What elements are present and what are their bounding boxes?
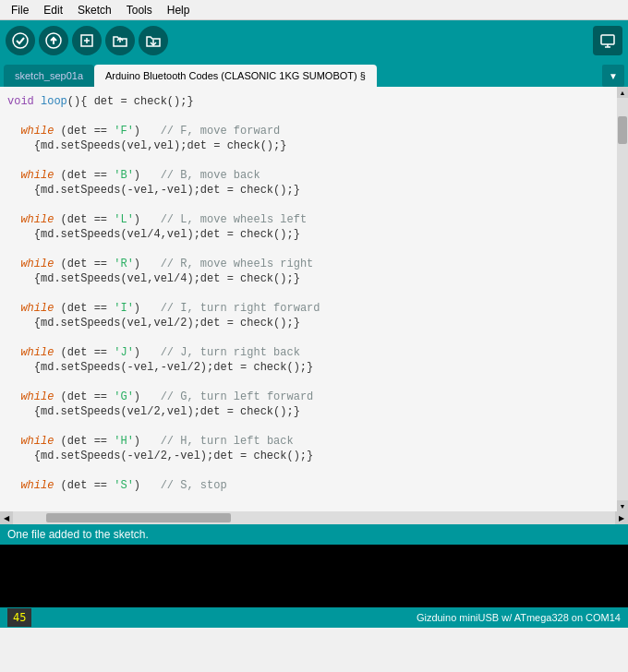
menu-help[interactable]: Help: [160, 2, 198, 18]
message-text: One file added to the sketch.: [7, 528, 149, 541]
new-icon: [79, 33, 94, 48]
horizontal-scrollbar[interactable]: ◀ ▶: [0, 511, 628, 524]
vertical-scrollbar[interactable]: ▲ ▼: [617, 87, 628, 511]
tabs-bar: sketch_sep01a Arduino Bluetooth Codes (C…: [0, 61, 628, 87]
scroll-left-button[interactable]: ◀: [0, 511, 13, 524]
board-info: Gizduino miniUSB w/ ATmega328 on COM14: [417, 612, 621, 623]
svg-point-0: [13, 33, 28, 48]
serial-monitor-button[interactable]: [593, 26, 622, 55]
upload-button[interactable]: [39, 26, 68, 55]
code-content: void loop(){ det = check();} while (det …: [0, 90, 617, 497]
verify-icon: [12, 32, 29, 49]
open-icon: [112, 33, 128, 48]
verify-button[interactable]: [6, 26, 35, 55]
h-scroll-thumb[interactable]: [46, 513, 231, 522]
line-number-badge: 45: [7, 608, 31, 627]
serial-monitor-icon: [600, 33, 615, 48]
toolbar: [0, 20, 628, 61]
new-button[interactable]: [72, 26, 102, 55]
save-icon: [145, 33, 162, 48]
upload-icon: [45, 32, 62, 49]
menu-file[interactable]: File: [4, 2, 36, 18]
svg-rect-8: [601, 35, 614, 44]
editor-area: void loop(){ det = check();} while (det …: [0, 87, 628, 511]
tab-sketch[interactable]: sketch_sep01a: [4, 65, 94, 87]
menu-edit[interactable]: Edit: [36, 2, 70, 18]
menu-bar: File Edit Sketch Tools Help: [0, 0, 628, 20]
scroll-thumb[interactable]: [618, 116, 627, 144]
tab-dropdown-button[interactable]: ▼: [602, 65, 624, 87]
menu-sketch[interactable]: Sketch: [70, 2, 119, 18]
scroll-up-button[interactable]: ▲: [617, 87, 628, 98]
code-editor[interactable]: void loop(){ det = check();} while (det …: [0, 87, 617, 511]
save-button[interactable]: [139, 26, 168, 55]
scroll-down-button[interactable]: ▼: [617, 500, 628, 511]
status-bar: 45 Gizduino miniUSB w/ ATmega328 on COM1…: [0, 607, 628, 628]
tab-bluetooth[interactable]: Arduino Bluetooth Codes (CLASONIC 1KG SU…: [94, 65, 377, 87]
console-area: [0, 545, 628, 607]
open-button[interactable]: [105, 26, 135, 55]
message-bar: One file added to the sketch.: [0, 524, 628, 545]
scroll-right-button[interactable]: ▶: [615, 511, 628, 524]
menu-tools[interactable]: Tools: [119, 2, 160, 18]
